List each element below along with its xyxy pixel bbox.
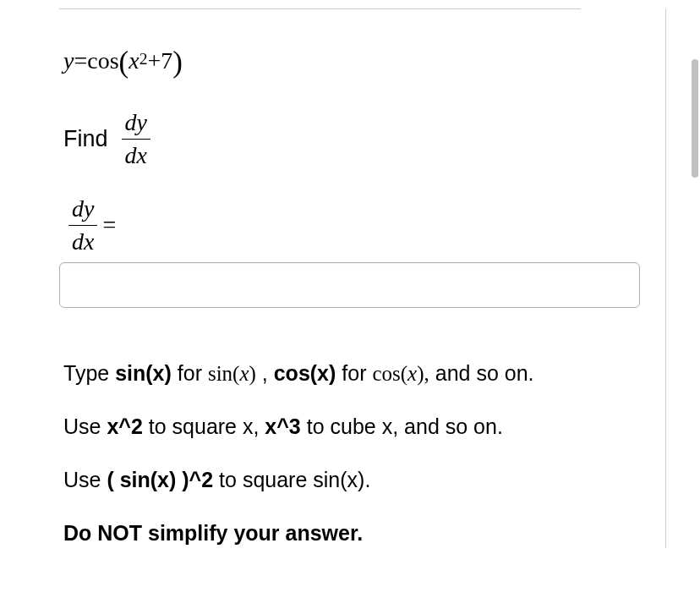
constant: 7 — [161, 47, 172, 75]
find-label: Find — [63, 125, 108, 152]
arg-base: x — [129, 47, 139, 75]
problem-statement: y = cos ( x 2 + 7 ) Find dy dx — [0, 9, 640, 255]
instructions: Type sin(x) for sin(x) , cos(x) for cos(… — [0, 359, 640, 548]
equals-sign-answer: = — [102, 211, 116, 239]
question-panel: y = cos ( x 2 + 7 ) Find dy dx — [0, 8, 666, 548]
instruction-line-3: Use ( sin(x) )^2 to square sin(x). — [63, 465, 640, 495]
right-paren: ) — [172, 45, 183, 80]
derivative-fraction-answer: dy dx — [68, 195, 97, 255]
answer-label-row: dy dx = — [63, 195, 640, 255]
derivative-fraction: dy dx — [122, 108, 150, 169]
answer-input[interactable] — [59, 262, 640, 308]
instruction-line-2: Use x^2 to square x, x^3 to cube x, and … — [63, 412, 640, 442]
instruction-line-1: Type sin(x) for sin(x) , cos(x) for cos(… — [63, 359, 640, 388]
left-paren: ( — [119, 45, 129, 80]
equation-row: y = cos ( x 2 + 7 ) — [63, 43, 640, 79]
function-cos: cos — [87, 47, 118, 75]
instruction-line-4: Do NOT simplify your answer. — [63, 518, 640, 548]
answer-input-wrap — [0, 262, 640, 308]
find-row: Find dy dx — [63, 108, 640, 169]
arg-exponent: 2 — [139, 49, 148, 69]
variable-y: y — [63, 47, 74, 75]
content-area: y = cos ( x 2 + 7 ) Find dy dx — [0, 8, 700, 548]
equals-sign: = — [74, 47, 87, 75]
vertical-scrollbar[interactable] — [690, 0, 698, 609]
plus-sign: + — [147, 47, 161, 75]
scrollbar-thumb[interactable] — [692, 59, 698, 178]
